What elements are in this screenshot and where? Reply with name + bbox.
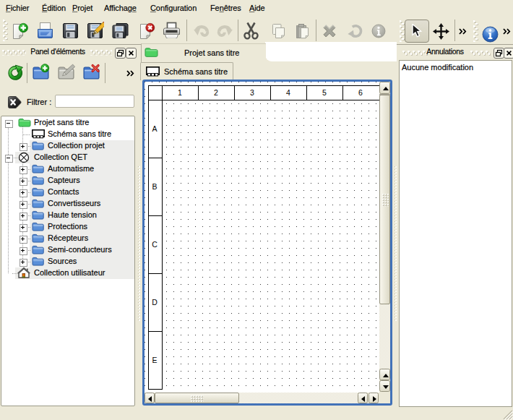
svg-text:1: 1 xyxy=(178,88,182,97)
svg-text:6: 6 xyxy=(358,88,363,97)
svg-text:2: 2 xyxy=(214,88,218,97)
svg-text:B: B xyxy=(152,182,157,191)
svg-text:A: A xyxy=(152,124,157,133)
svg-text:C: C xyxy=(152,240,158,249)
svg-text:3: 3 xyxy=(250,88,254,97)
svg-text:5: 5 xyxy=(322,88,327,97)
svg-text:E: E xyxy=(152,356,157,364)
svg-text:D: D xyxy=(152,298,158,307)
svg-text:4: 4 xyxy=(286,88,290,97)
